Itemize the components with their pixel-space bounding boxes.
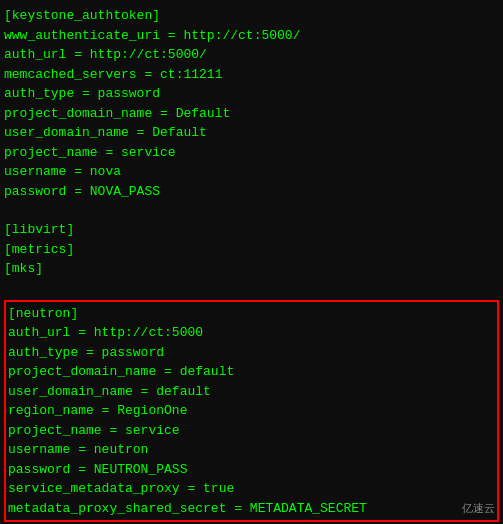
line-empty-2 <box>4 279 499 298</box>
line-7: user_domain_name = Default <box>4 123 499 143</box>
neutron-line-9: password = NEUTRON_PASS <box>8 460 495 480</box>
neutron-line-5: user_domain_name = default <box>8 382 495 402</box>
neutron-line-11: metadata_proxy_shared_secret = METADATA_… <box>8 499 495 519</box>
neutron-section: [neutron] auth_url = http://ct:5000 auth… <box>4 300 499 523</box>
watermark: 亿速云 <box>462 501 495 516</box>
line-10: password = NOVA_PASS <box>4 182 499 202</box>
line-4: memcached_servers = ct:11211 <box>4 65 499 85</box>
line-8: project_name = service <box>4 143 499 163</box>
line-2: www_authenticate_uri = http://ct:5000/ <box>4 26 499 46</box>
neutron-line-2: auth_url = http://ct:5000 <box>8 323 495 343</box>
neutron-line-1: [neutron] <box>8 304 495 324</box>
neutron-line-6: region_name = RegionOne <box>8 401 495 421</box>
line-3: auth_url = http://ct:5000/ <box>4 45 499 65</box>
line-11: [libvirt] <box>4 220 499 240</box>
line-1: [keystone_authtoken] <box>4 6 499 26</box>
line-5: auth_type = password <box>4 84 499 104</box>
code-container: [keystone_authtoken] www_authenticate_ur… <box>0 0 503 524</box>
line-13: [mks] <box>4 259 499 279</box>
neutron-line-3: auth_type = password <box>8 343 495 363</box>
line-9: username = nova <box>4 162 499 182</box>
line-empty-1 <box>4 201 499 220</box>
lines-before: [keystone_authtoken] www_authenticate_ur… <box>4 6 499 298</box>
neutron-line-10: service_metadata_proxy = true <box>8 479 495 499</box>
neutron-line-4: project_domain_name = default <box>8 362 495 382</box>
neutron-line-8: username = neutron <box>8 440 495 460</box>
line-12: [metrics] <box>4 240 499 260</box>
neutron-line-7: project_name = service <box>8 421 495 441</box>
line-6: project_domain_name = Default <box>4 104 499 124</box>
